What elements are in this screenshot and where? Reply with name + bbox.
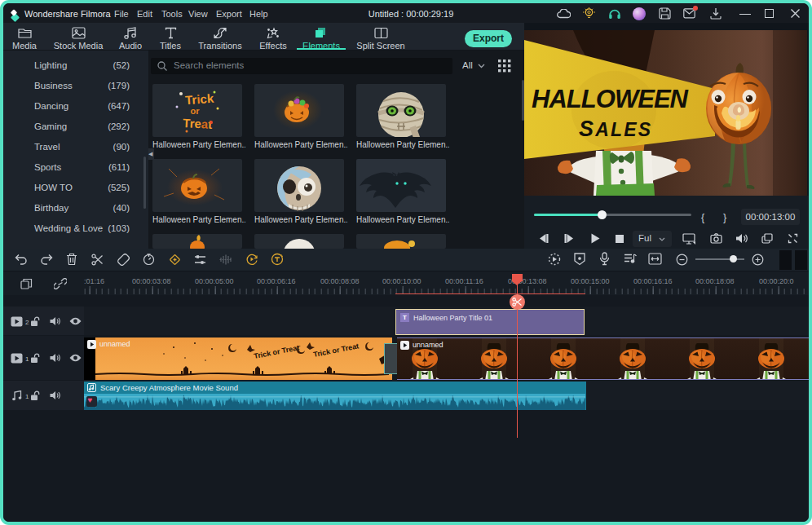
svg-text:or: or xyxy=(191,106,201,116)
svg-text:Treat: Treat xyxy=(183,116,213,131)
svg-text:HALLOWEEN: HALLOWEEN xyxy=(532,85,689,113)
svg-text:SALES: SALES xyxy=(579,117,651,141)
svg-text:Trick: Trick xyxy=(185,91,215,107)
